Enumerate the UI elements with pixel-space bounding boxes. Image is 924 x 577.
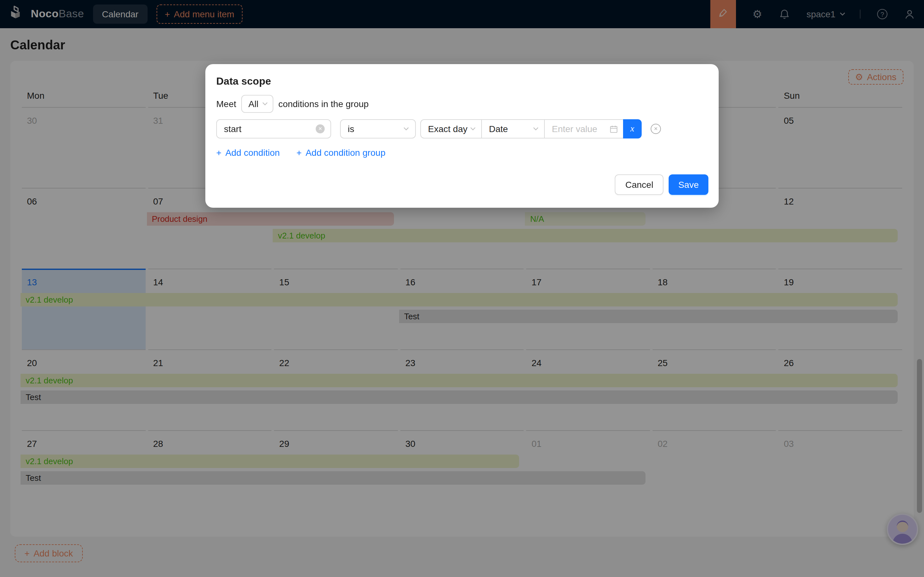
- variable-selector-button[interactable]: x: [623, 119, 642, 139]
- add-condition-group-label: Add condition group: [305, 147, 385, 158]
- chevron-down-icon: [403, 126, 409, 131]
- save-button[interactable]: Save: [669, 174, 708, 195]
- meet-prefix-label: Meet: [216, 99, 236, 109]
- plus-icon: +: [296, 147, 302, 158]
- meet-mode-value: All: [248, 99, 258, 109]
- dialog-title: Data scope: [216, 76, 708, 87]
- meet-suffix-label: conditions in the group: [278, 99, 368, 109]
- date-value-input-wrap: [544, 119, 624, 139]
- add-condition-group-link[interactable]: + Add condition group: [296, 147, 385, 158]
- data-scope-dialog: Data scope Meet All conditions in the gr…: [205, 64, 719, 208]
- date-precision-value: Exact day: [428, 124, 467, 134]
- condition-links-row: + Add condition + Add condition group: [216, 147, 708, 158]
- add-condition-link[interactable]: + Add condition: [216, 147, 280, 158]
- chevron-down-icon: [533, 126, 539, 131]
- condition-operator-value: is: [348, 124, 354, 134]
- add-condition-label: Add condition: [225, 147, 280, 158]
- chevron-down-icon: [470, 126, 476, 131]
- remove-condition-icon[interactable]: ×: [651, 124, 661, 134]
- dialog-footer: Cancel Save: [216, 174, 708, 195]
- calendar-icon: [610, 125, 618, 133]
- condition-operator-select[interactable]: is: [340, 119, 416, 139]
- value-type-select[interactable]: Date: [481, 119, 545, 139]
- clear-icon[interactable]: ×: [316, 124, 325, 133]
- app-root: NocoBase Calendar + Add menu item: [0, 0, 924, 577]
- meet-conditions-row: Meet All conditions in the group: [216, 95, 708, 113]
- value-type-value: Date: [489, 124, 508, 134]
- condition-row: start × is Exact day Date: [216, 119, 708, 139]
- cancel-button[interactable]: Cancel: [615, 174, 664, 195]
- plus-icon: +: [216, 147, 221, 158]
- condition-field-value: start: [224, 124, 241, 134]
- date-value-input[interactable]: [552, 124, 601, 134]
- meet-mode-select[interactable]: All: [241, 95, 273, 113]
- date-precision-select[interactable]: Exact day: [420, 119, 482, 139]
- chevron-down-icon: [262, 101, 268, 106]
- condition-field-select[interactable]: start ×: [216, 119, 331, 139]
